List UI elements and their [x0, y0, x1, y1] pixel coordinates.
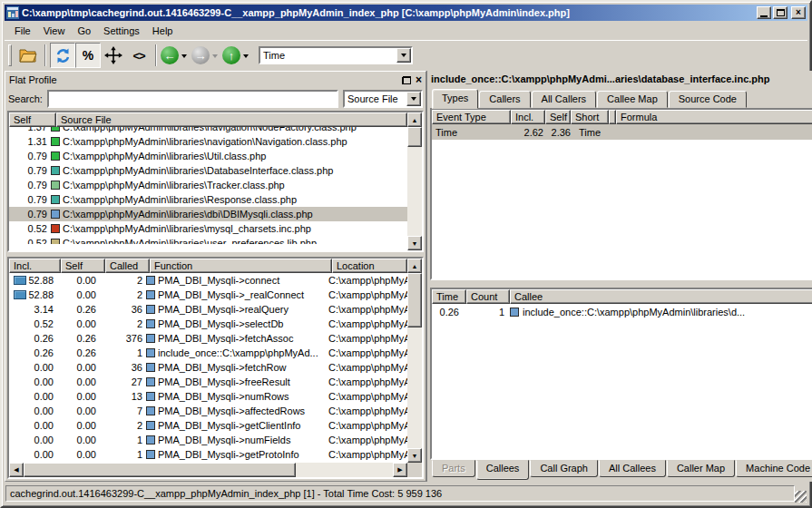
file-row[interactable]: 0.79 C:\xampp\phpMyAdmin\libraries\Track… — [9, 178, 422, 192]
column-header-incl[interactable]: Incl. — [511, 110, 545, 124]
file-path: C:\xampp\phpMyAdmin\libraries\Response.c… — [63, 194, 297, 205]
flat-profile-header: Flat Profile × — [7, 73, 424, 87]
function-list-vscrollbar[interactable]: ▲ ▼ — [407, 259, 422, 463]
scroll-up-icon[interactable]: ▲ — [407, 259, 422, 273]
combo-arrow-button[interactable] — [406, 92, 421, 106]
file-row[interactable]: 0.52 C:\xampp\phpMyAdmin\libraries\user_… — [9, 236, 422, 244]
file-row[interactable]: 0.79 C:\xampp\phpMyAdmin\libraries\Datab… — [9, 163, 422, 178]
function-called: 1 — [102, 347, 146, 358]
detect-cycles-button[interactable] — [50, 43, 75, 68]
column-header-called[interactable]: Called — [105, 259, 150, 273]
detail-bottom-tab[interactable]: Machine Code — [736, 460, 812, 477]
function-row[interactable]: 0.00 0.00 1 PMA_DBI_Mysqli->getProtoInfo… — [9, 447, 407, 462]
column-header-short[interactable]: Short — [571, 110, 609, 124]
column-header-count[interactable]: Count — [466, 289, 510, 304]
function-row[interactable]: 0.00 0.00 36 PMA_DBI_Mysqli->fetchRow C:… — [9, 360, 407, 375]
scroll-thumb[interactable] — [24, 463, 296, 477]
menu-help[interactable]: Help — [146, 24, 180, 38]
function-row[interactable]: 0.26 0.26 1 include_once::C:\xampp\phpMy… — [9, 346, 407, 360]
detail-tab[interactable]: All Callers — [532, 91, 597, 108]
function-location: C:\xampp\phpMyA — [328, 362, 407, 373]
file-row[interactable]: 0.79 C:\xampp\phpMyAdmin\libraries\Util.… — [9, 149, 422, 163]
detail-tab[interactable]: Callee Map — [597, 91, 668, 108]
column-header-self[interactable]: Self — [545, 110, 571, 124]
column-header-self[interactable]: Self — [61, 259, 105, 273]
file-row[interactable]: 0.79 C:\xampp\phpMyAdmin\libraries\Respo… — [9, 192, 422, 207]
scroll-up-icon[interactable]: ▲ — [407, 112, 422, 127]
column-header-self[interactable]: Self — [9, 112, 56, 127]
detail-bottom-tab[interactable]: Parts — [432, 460, 475, 477]
scroll-thumb[interactable] — [407, 127, 422, 147]
scroll-left-icon[interactable]: ◀ — [9, 463, 24, 477]
scroll-down-icon[interactable]: ▼ — [407, 448, 422, 463]
file-row[interactable]: 1.31 C:\xampp\phpMyAdmin\libraries\navig… — [9, 134, 422, 149]
file-list-vscrollbar[interactable]: ▲ ▼ — [407, 112, 422, 250]
detail-tab[interactable]: Callers — [479, 91, 530, 108]
detail-bottom-tab[interactable]: Callees — [476, 460, 530, 480]
function-row[interactable]: 0.00 0.00 1 PMA_DBI_Mysqli->numFields C:… — [9, 433, 407, 447]
detail-tab[interactable]: Types — [432, 89, 478, 109]
menu-view[interactable]: View — [37, 24, 72, 38]
function-self: 0.26 — [57, 304, 102, 315]
toolbar-handle[interactable] — [8, 44, 12, 66]
back-dropdown[interactable] — [181, 54, 187, 61]
resize-grip[interactable] — [795, 491, 807, 503]
function-self: 0.00 — [57, 318, 102, 329]
function-row[interactable]: 52.88 0.00 2 PMA_DBI_Mysqli->connect C:\… — [9, 273, 407, 288]
callee-row[interactable]: 0.26 1 include_once::C:\xampp\phpMyAdmin… — [432, 304, 812, 319]
scroll-track[interactable] — [407, 147, 422, 236]
minimize-button[interactable] — [757, 6, 771, 19]
shorten-templates-button[interactable]: <> — [126, 43, 152, 68]
menu-go[interactable]: Go — [71, 24, 97, 38]
column-header-incl[interactable]: Incl. — [9, 259, 61, 273]
open-file-button[interactable] — [15, 43, 41, 68]
expand-button[interactable] — [101, 43, 126, 68]
back-button[interactable]: ← — [161, 46, 179, 64]
up-dropdown[interactable] — [243, 54, 249, 61]
function-row[interactable]: 0.00 0.00 13 PMA_DBI_Mysqli->numRows C:\… — [9, 389, 407, 404]
maximize-button[interactable] — [773, 6, 788, 19]
title-bar[interactable]: C:\xampp\tmp\cachegrind.out.1416463299-C… — [5, 5, 807, 21]
function-row[interactable]: 52.88 0.00 2 PMA_DBI_Mysqli->_realConnec… — [9, 288, 407, 302]
file-row[interactable]: 1.37 C:\xampp\phpMyAdmin\libraries\navig… — [9, 127, 422, 134]
scroll-track[interactable] — [296, 463, 393, 477]
scrollbar-corner — [407, 463, 422, 477]
function-row[interactable]: 0.00 0.00 27 PMA_DBI_Mysqli->freeResult … — [9, 375, 407, 389]
detail-bottom-tab[interactable]: Caller Map — [667, 460, 735, 477]
event-type-row[interactable]: Time 2.62 2.36 Time — [432, 124, 812, 140]
scroll-right-icon[interactable]: ▶ — [393, 463, 407, 477]
toolbar-separator — [155, 44, 157, 66]
close-button[interactable]: × — [791, 6, 806, 19]
detail-bottom-tab[interactable]: All Callees — [599, 460, 666, 477]
function-row[interactable]: 3.14 0.26 36 PMA_DBI_Mysqli->realQuery C… — [9, 302, 407, 317]
file-row[interactable]: 0.79 C:\xampp\phpMyAdmin\libraries\dbi\D… — [9, 207, 422, 221]
search-input[interactable] — [47, 90, 338, 108]
menu-file[interactable]: File — [8, 24, 37, 38]
group-by-select[interactable]: Source File — [343, 90, 423, 108]
column-header-callee[interactable]: Callee — [510, 289, 812, 304]
column-header-formula[interactable]: Formula — [616, 110, 812, 124]
column-header-event-type[interactable]: Event Type — [432, 110, 511, 124]
detail-tab[interactable]: Source Code — [669, 91, 747, 108]
scroll-track[interactable] — [407, 327, 422, 448]
detail-bottom-tab[interactable]: Call Graph — [530, 460, 598, 477]
event-type-select[interactable]: Time — [259, 46, 413, 64]
function-row[interactable]: 0.26 0.26 376 PMA_DBI_Mysqli->fetchAssoc… — [9, 331, 407, 346]
scroll-thumb[interactable] — [407, 273, 422, 327]
function-list-hscrollbar[interactable]: ◀ ▶ — [9, 463, 407, 477]
float-panel-icon[interactable] — [402, 76, 411, 84]
column-header-function[interactable]: Function — [150, 259, 332, 273]
function-row[interactable]: 0.00 0.00 7 PMA_DBI_Mysqli->affectedRows… — [9, 404, 407, 418]
combo-arrow-button[interactable] — [396, 48, 411, 63]
relative-percent-button[interactable]: % — [75, 43, 101, 68]
column-header-location[interactable]: Location — [332, 259, 407, 273]
column-header-time[interactable]: Time — [432, 289, 466, 304]
menu-settings[interactable]: Settings — [97, 24, 146, 38]
file-row[interactable]: 0.52 C:\xampp\phpMyAdmin\libraries\mysql… — [9, 221, 422, 236]
column-header-source-file[interactable]: Source File — [56, 112, 407, 127]
up-button[interactable]: ↑ — [222, 46, 240, 64]
function-row[interactable]: 0.00 0.00 2 PMA_DBI_Mysqli->getClientInf… — [9, 418, 407, 433]
scroll-down-icon[interactable]: ▼ — [407, 236, 422, 250]
close-panel-icon[interactable]: × — [416, 76, 422, 84]
function-row[interactable]: 0.52 0.00 2 PMA_DBI_Mysqli->selectDb C:\… — [9, 317, 407, 331]
